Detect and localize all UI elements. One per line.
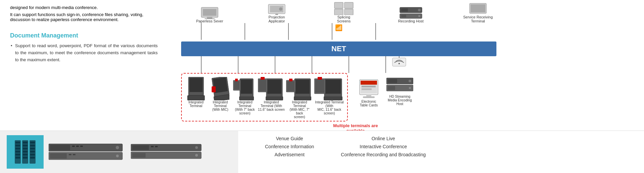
svg-rect-83 (80, 146, 83, 147)
page-wrapper: designed for modern multi-media conferen… (0, 0, 644, 173)
svg-rect-44 (239, 96, 254, 100)
bottom-section: Venue Guide Conference Information Adver… (0, 131, 644, 173)
splicing-label: SplicingScreens (337, 15, 351, 23)
svg-rect-64 (315, 80, 324, 93)
paperless-server-icon (200, 6, 220, 19)
doc-management-title: Document Management (10, 32, 158, 39)
svg-rect-53 (261, 77, 265, 80)
svg-rect-81 (72, 146, 75, 147)
svg-rect-55 (296, 80, 310, 94)
svg-rect-80 (50, 145, 70, 150)
feature-conference-info: Conference Information (265, 144, 314, 149)
terminal-3: IntegratedTerminal(With 7" backscreen) (233, 77, 257, 115)
terminal-5: Integrated Terminal(With MIC, 7" backscr… (286, 77, 313, 119)
features-col-1: Venue Guide Conference Information Adver… (265, 136, 314, 168)
svg-rect-8 (334, 2, 343, 8)
terminal-4-label: IntegratedTerminal (With11.6" back scree… (258, 100, 285, 111)
svg-rect-58 (287, 81, 294, 91)
svg-rect-13 (401, 8, 408, 12)
svg-rect-47 (235, 79, 238, 81)
svg-rect-77 (388, 86, 395, 90)
svg-point-89 (116, 155, 119, 157)
projection-icon (267, 2, 287, 15)
terminals-and-extra: Integrated Terminal (181, 73, 506, 121)
cyan-rack-box (7, 135, 44, 169)
intro-text-2: It can support functions such sign-in, c… (10, 12, 158, 22)
extra-devices: ElectronicTable Cards HD StreamingMedi (356, 73, 413, 107)
device-recording-host: Recording Host (392, 6, 429, 23)
feature-interactive-conf: Interactive Conference (341, 144, 426, 149)
connector-lines-bottom (181, 56, 449, 73)
net-bar: NET (181, 41, 496, 56)
svg-rect-87 (69, 154, 71, 155)
svg-point-78 (409, 87, 411, 89)
terminal-3-label: IntegratedTerminal(With 7" backscreen) (235, 100, 255, 115)
feature-venue-guide: Venue Guide (265, 136, 314, 141)
svg-point-17 (418, 15, 420, 17)
streaming-host-label: HD StreamingMedia EncodingHost (388, 95, 412, 106)
server-device-1 (49, 142, 126, 162)
svg-point-97 (195, 154, 198, 157)
svg-rect-41 (212, 86, 216, 92)
intro-text-1: designed for modern multi-media conferen… (10, 5, 158, 10)
svg-point-94 (195, 146, 198, 149)
service-terminal-icon (468, 2, 488, 15)
svg-rect-93 (155, 146, 158, 147)
feature-advertisement: Advertisement (265, 152, 314, 157)
svg-rect-56 (294, 96, 311, 100)
terminal-2-icon (211, 77, 229, 100)
svg-rect-16 (401, 15, 406, 17)
splicing-icon (334, 2, 354, 15)
service-terminal-label: Service ReceivingTerminal (463, 15, 493, 23)
terminal-1-label: Integrated Terminal (189, 100, 204, 108)
svg-rect-9 (344, 2, 353, 8)
terminal-6: Integrated Terminal (WithMIC, 11.6" back… (314, 77, 344, 115)
svg-rect-69 (362, 86, 376, 87)
svg-rect-11 (344, 9, 353, 15)
text-section: designed for modern multi-media conferen… (0, 0, 168, 131)
terminal-5-label: Integrated Terminal(With MIC, 7" backscr… (286, 100, 313, 119)
device-paperless-server: Paperless Sever (191, 6, 228, 23)
server-2-svg (131, 143, 203, 160)
svg-rect-91 (132, 145, 149, 150)
svg-text:📶: 📶 (335, 24, 343, 31)
terminal-box: Integrated Terminal (181, 73, 348, 121)
svg-rect-50 (266, 96, 283, 100)
terminal-6-icon (314, 77, 344, 100)
terminal-1-icon (187, 77, 205, 100)
device-service-terminal: Service ReceivingTerminal (460, 2, 496, 23)
terminal-2-label: IntegratedTerminal(With MIC) (212, 100, 228, 111)
connector-lines-top: 📶 (181, 23, 449, 41)
features-col-2: Online Live Interactive Conference Confe… (341, 136, 426, 168)
table-cards-label: ElectronicTable Cards (360, 100, 378, 107)
svg-rect-49 (267, 80, 281, 94)
svg-rect-59 (289, 79, 292, 81)
terminal-4: IntegratedTerminal (With11.6" back scree… (258, 77, 285, 111)
device-projection: ProjectionApplicator (258, 2, 295, 23)
terminal-3-icon (233, 77, 257, 100)
bullet-text: Support to read word, powerpoint, PDF fo… (10, 42, 158, 63)
svg-rect-88 (73, 154, 75, 155)
server-device-2 (131, 143, 203, 161)
hd-streaming-host: HD StreamingMedia EncodingHost (386, 76, 413, 106)
svg-point-6 (279, 7, 282, 11)
terminal-4-icon (258, 77, 285, 100)
svg-rect-19 (471, 4, 485, 12)
svg-rect-74 (388, 79, 397, 83)
svg-rect-82 (76, 146, 79, 147)
bottom-left-images (0, 131, 238, 173)
svg-rect-43 (241, 80, 252, 94)
table-cards-icon (356, 76, 381, 100)
terminal-5-icon (286, 77, 313, 100)
feature-online-live: Online Live (341, 136, 426, 141)
svg-point-34 (398, 63, 400, 64)
svg-rect-72 (363, 96, 375, 98)
recording-host-label: Recording Host (398, 19, 424, 23)
recording-host-icon (399, 6, 423, 19)
svg-point-14 (418, 9, 421, 11)
server-1-svg (49, 142, 126, 161)
device-splicing: SplicingScreens (325, 2, 362, 23)
terminal-6-label: Integrated Terminal (WithMIC, 11.6" back… (314, 100, 344, 115)
svg-rect-86 (50, 153, 67, 159)
projection-label: ProjectionApplicator (269, 15, 285, 23)
